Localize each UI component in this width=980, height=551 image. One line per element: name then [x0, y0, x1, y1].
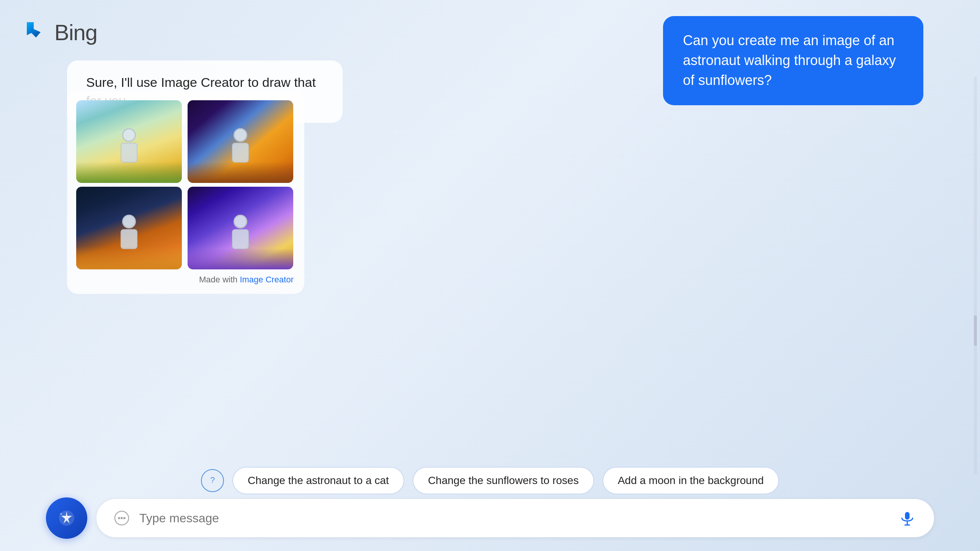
- message-input[interactable]: [139, 511, 888, 525]
- bing-sparks-button[interactable]: [46, 497, 87, 539]
- generated-image-top-left[interactable]: [76, 100, 182, 183]
- astronaut-figure-1: [118, 128, 140, 166]
- svg-point-4: [121, 517, 123, 519]
- app-header: Bing: [20, 18, 97, 46]
- astronaut-figure-2: [229, 128, 252, 166]
- suggestion-chip-1[interactable]: Change the astronaut to a cat: [232, 467, 404, 494]
- ground-overlay-1: [76, 162, 182, 183]
- suggestions-area: ? Change the astronaut to a cat Change t…: [0, 467, 980, 494]
- body-2: [232, 143, 249, 163]
- suggestion-chip-3[interactable]: Add a moon in the background: [603, 467, 779, 494]
- bing-logo-icon: [20, 18, 47, 46]
- ground-overlay-2: [188, 162, 293, 183]
- caption-prefix: Made with: [199, 275, 240, 284]
- input-bar-container: [46, 497, 934, 539]
- helmet-2: [234, 128, 247, 142]
- astronaut-figure-4: [229, 215, 252, 253]
- question-mark-icon: ?: [206, 474, 219, 487]
- body-1: [121, 143, 137, 163]
- ground-overlay-4: [188, 248, 293, 269]
- message-input-bar: [96, 499, 934, 537]
- svg-point-5: [123, 517, 126, 519]
- generated-image-top-right[interactable]: [188, 100, 293, 183]
- microphone-button[interactable]: [897, 508, 917, 528]
- helmet-1: [122, 128, 136, 142]
- help-icon-button[interactable]: ?: [201, 469, 224, 492]
- user-message-bubble: Can you create me an image of an astrona…: [663, 16, 923, 105]
- svg-rect-6: [905, 512, 910, 520]
- scrollbar-thumb[interactable]: [974, 315, 977, 346]
- microphone-icon: [899, 510, 916, 527]
- ground-overlay-3: [76, 246, 182, 269]
- image-caption: Made with Image Creator: [76, 275, 295, 285]
- suggestion-chip-2[interactable]: Change the sunflowers to roses: [413, 467, 594, 494]
- helmet-4: [234, 215, 247, 228]
- image-creator-link[interactable]: Image Creator: [240, 275, 294, 284]
- scrollbar-track: [974, 77, 977, 474]
- image-grid-card: Made with Image Creator: [67, 91, 304, 294]
- svg-text:?: ?: [210, 475, 215, 485]
- image-grid: [76, 100, 295, 269]
- generated-image-bottom-left[interactable]: [76, 187, 182, 269]
- svg-point-3: [118, 517, 120, 519]
- helmet-3: [122, 215, 136, 228]
- chat-icon: [113, 510, 130, 527]
- body-4: [232, 229, 249, 249]
- body-3: [121, 229, 137, 249]
- sparks-icon: [56, 507, 77, 529]
- generated-image-bottom-right[interactable]: [188, 187, 293, 269]
- user-message-text: Can you create me an image of an astrona…: [683, 33, 896, 88]
- app-title: Bing: [54, 20, 97, 45]
